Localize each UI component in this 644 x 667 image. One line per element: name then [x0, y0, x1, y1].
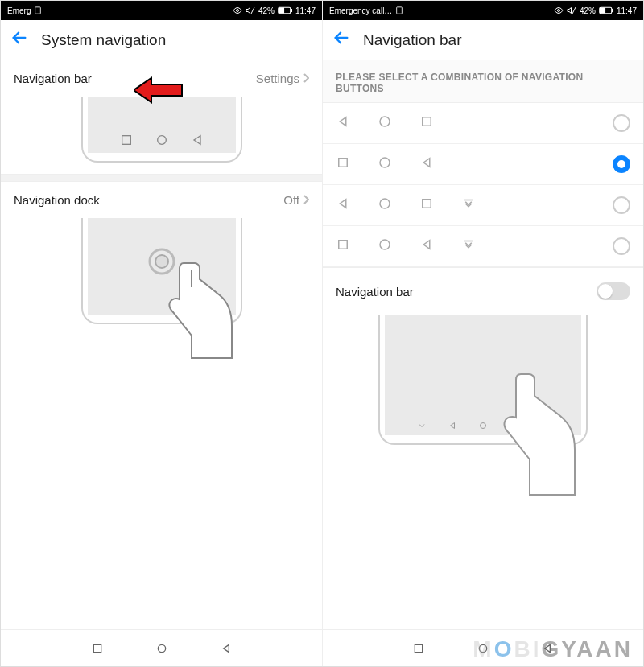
system-nav-bar [1, 629, 322, 666]
svg-rect-4 [291, 10, 292, 12]
nav-bar-preview [1, 97, 322, 174]
back-icon[interactable] [10, 29, 28, 51]
page-title: System navigation [41, 31, 166, 49]
screen-navigation-bar: Emergency call… 42% 11:47 [322, 1, 643, 666]
back-nav-icon[interactable] [220, 642, 233, 655]
radio-option-3[interactable] [613, 237, 630, 255]
triangle-left-icon [336, 114, 350, 132]
section-divider [1, 174, 322, 182]
svg-rect-27 [339, 159, 348, 167]
nav-bar-preview [323, 311, 643, 445]
svg-rect-42 [415, 644, 422, 652]
svg-marker-7 [134, 78, 182, 102]
nav-combo-option-2[interactable] [323, 185, 643, 226]
navigation-dock-value: Off [283, 193, 299, 207]
navigation-bar-value: Settings [256, 72, 299, 85]
radio-option-2[interactable] [613, 196, 630, 214]
watermark: MOBIGYAAN [473, 636, 633, 662]
page-title: Navigation bar [363, 31, 462, 49]
battery-icon [278, 6, 292, 14]
sim-icon [395, 6, 403, 14]
nav-combo-option-1[interactable] [323, 144, 643, 185]
radio-option-1[interactable] [613, 155, 630, 173]
svg-marker-16 [223, 644, 229, 652]
home-icon[interactable] [155, 642, 168, 655]
svg-line-2 [251, 7, 254, 14]
navigation-bar-label: Navigation bar [14, 72, 92, 85]
svg-point-28 [380, 158, 390, 167]
status-battery: 42% [580, 6, 596, 15]
mute-icon [567, 6, 576, 15]
chevron-down-icon [417, 421, 427, 430]
svg-rect-21 [612, 10, 613, 12]
nav-dock-preview [1, 218, 322, 336]
chevron-right-icon [303, 194, 309, 207]
notification-pull-icon [461, 237, 476, 255]
navigation-dock-label: Navigation dock [14, 193, 100, 207]
svg-line-19 [572, 7, 576, 14]
navigation-bar-toggle[interactable] [597, 282, 630, 300]
svg-point-18 [557, 10, 559, 12]
status-emergency-label: Emergency call… [329, 6, 392, 15]
eye-comfort-icon [233, 6, 242, 15]
circle-icon [378, 155, 392, 173]
status-time: 11:47 [617, 6, 637, 15]
svg-marker-24 [340, 117, 346, 126]
circle-icon [378, 237, 392, 255]
nav-combo-option-3[interactable] [323, 226, 643, 267]
status-battery: 42% [258, 6, 275, 15]
square-icon [336, 155, 350, 173]
square-icon [419, 114, 434, 132]
battery-icon [599, 6, 613, 14]
nav-combo-options [323, 103, 643, 267]
svg-point-1 [236, 10, 238, 12]
recents-icon[interactable] [412, 642, 425, 655]
notification-pull-icon [461, 196, 476, 214]
svg-point-25 [380, 117, 390, 126]
svg-marker-30 [340, 200, 346, 208]
header: Navigation bar [323, 20, 643, 60]
svg-point-15 [158, 644, 165, 652]
svg-marker-10 [194, 136, 200, 145]
status-bar: Emerg 42% 11:47 [1, 1, 322, 20]
square-icon [336, 237, 350, 255]
recents-icon[interactable] [91, 642, 104, 655]
chevron-right-icon [303, 72, 309, 85]
svg-rect-0 [35, 7, 41, 14]
status-emergency-label: Emerg [7, 6, 31, 15]
svg-rect-17 [397, 7, 402, 14]
svg-rect-26 [423, 117, 431, 126]
svg-rect-5 [279, 8, 283, 13]
hand-pointer-icon [485, 368, 581, 500]
square-icon [419, 196, 434, 214]
navigation-bar-toggle-label: Navigation bar [336, 285, 414, 299]
red-arrow-annotation [134, 76, 184, 107]
svg-point-9 [157, 136, 166, 145]
svg-rect-32 [423, 200, 431, 208]
svg-marker-38 [451, 423, 455, 429]
mute-icon [246, 6, 255, 15]
triangle-left-icon [191, 134, 204, 146]
triangle-left-icon [419, 155, 434, 173]
section-header: PLEASE SELECT A COMBINATION OF NAVIGATIO… [323, 60, 643, 103]
navigation-dock-row[interactable]: Navigation dock Off [1, 182, 322, 218]
svg-rect-14 [93, 644, 101, 652]
radio-option-0[interactable] [613, 114, 630, 132]
hand-pointer-icon [155, 255, 244, 363]
nav-combo-option-0[interactable] [323, 103, 643, 144]
svg-marker-29 [423, 159, 430, 167]
svg-rect-8 [122, 136, 130, 145]
circle-icon [155, 134, 168, 146]
sim-icon [34, 6, 42, 14]
back-icon[interactable] [332, 29, 350, 51]
eye-comfort-icon [554, 6, 564, 15]
screen-system-navigation: Emerg 42% 11:47 [1, 1, 322, 666]
svg-rect-34 [339, 241, 348, 249]
status-time: 11:47 [295, 6, 316, 15]
triangle-left-icon [336, 196, 350, 214]
navigation-bar-toggle-row[interactable]: Navigation bar [323, 267, 643, 311]
triangle-left-icon [448, 421, 457, 430]
svg-point-35 [380, 240, 390, 249]
circle-icon [378, 196, 392, 214]
svg-point-31 [380, 199, 390, 208]
